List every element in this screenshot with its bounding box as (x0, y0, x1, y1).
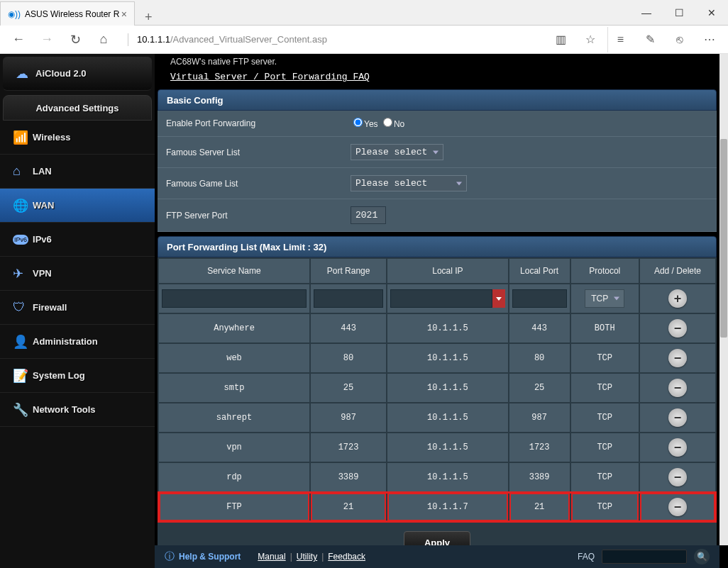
sidebar-icon: ⌂ (13, 164, 33, 179)
delete-button[interactable] (668, 349, 687, 367)
browser-tab[interactable]: ◉)) ASUS Wireless Router R × (0, 1, 135, 26)
url-field[interactable]: 10.1.1.1/Advanced_VirtualServer_Content.… (119, 30, 545, 50)
cell-port: 3389 (509, 463, 570, 491)
yes-label: Yes (364, 119, 378, 129)
window-controls: — ☐ ✕ (630, 0, 728, 26)
help-support-label: Help & Support (179, 552, 241, 562)
sidebar-item-ipv6[interactable]: IPv6IPv6 (0, 223, 155, 257)
cell-range: 1723 (311, 433, 386, 462)
cell-port: 443 (509, 314, 570, 343)
scrollbar[interactable] (719, 54, 728, 545)
protocol-select[interactable]: TCP (585, 289, 624, 308)
faq-search-input[interactable] (602, 550, 687, 564)
faq-link[interactable]: Virtual Server / Port Forwarding FAQ (158, 72, 370, 82)
reading-icon[interactable]: ▥ (548, 27, 573, 52)
notes-icon[interactable]: ✎ (637, 27, 663, 52)
cell-range: 80 (311, 344, 386, 372)
delete-button[interactable] (668, 498, 687, 516)
manual-link[interactable]: Manual (258, 552, 285, 562)
cell-action (640, 314, 715, 343)
favorite-icon[interactable]: ☆ (578, 27, 603, 52)
scrollbar-thumb[interactable] (720, 139, 727, 338)
table-row: smtp2510.1.1.525TCP (159, 374, 715, 402)
cell-port: 1723 (509, 433, 570, 462)
more-icon[interactable]: ⋯ (697, 27, 722, 52)
sidebar-item-system-log[interactable]: 📝System Log (0, 359, 155, 393)
cell-action (640, 374, 715, 402)
cell-ip: 10.1.1.5 (387, 344, 508, 372)
delete-button[interactable] (668, 319, 687, 338)
back-button[interactable]: ← (6, 27, 31, 52)
sidebar-item-label: AiCloud 2.0 (35, 68, 87, 79)
new-tab-button[interactable]: + (135, 10, 162, 25)
browser-chrome: ◉)) ASUS Wireless Router R × + — ☐ ✕ ← →… (0, 0, 728, 54)
no-label: No (394, 119, 404, 129)
service-name-input[interactable] (162, 289, 307, 308)
cell-proto: TCP (571, 403, 639, 432)
refresh-button[interactable]: ↻ (62, 27, 88, 52)
share-icon[interactable]: ⎋ (667, 27, 693, 52)
famous-game-select[interactable]: Please select (351, 175, 467, 191)
delete-button[interactable] (668, 468, 687, 486)
url-host: 10.1.1.1 (137, 34, 170, 45)
cell-ip: 10.1.1.5 (387, 374, 508, 402)
delete-button[interactable] (668, 379, 687, 397)
sidebar-item-wan[interactable]: 🌐WAN (0, 189, 155, 223)
local-ip-input[interactable] (390, 289, 492, 308)
maximize-button[interactable]: ☐ (663, 0, 695, 26)
pf-input-row: TCP (159, 284, 715, 313)
ip-dropdown-button[interactable] (492, 289, 505, 308)
browser-tools: ▥ ☆ ≡ ✎ ⎋ ⋯ (548, 27, 722, 52)
famous-server-select[interactable]: Please select (351, 144, 443, 160)
content-area: AC68W's native FTP server. Virtual Serve… (155, 54, 728, 568)
sidebar: ☁ AiCloud 2.0 Advanced Settings 📶Wireles… (0, 54, 155, 568)
cell-port: 21 (509, 493, 570, 521)
cell-port: 80 (509, 344, 570, 372)
intro-text: AC68W's native FTP server. (158, 54, 717, 71)
home-button[interactable]: ⌂ (91, 27, 116, 52)
cell-service: rdp (159, 463, 309, 491)
col-adddelete: Add / Delete (640, 259, 715, 283)
cell-service: vpn (159, 433, 309, 462)
sidebar-item-network-tools[interactable]: 🔧Network Tools (0, 393, 155, 427)
delete-button[interactable] (668, 408, 687, 427)
cell-action (640, 344, 715, 372)
famous-server-label: Famous Server List (158, 137, 342, 168)
sidebar-item-wireless[interactable]: 📶Wireless (0, 121, 155, 155)
search-button[interactable]: 🔍 (694, 549, 710, 564)
delete-button[interactable] (668, 438, 687, 457)
close-tab-icon[interactable]: × (121, 9, 127, 20)
cell-proto: TCP (571, 433, 639, 462)
col-protocol: Protocol (571, 259, 639, 283)
basic-config-table: Enable Port Forwarding Yes No Famous Ser… (158, 111, 717, 232)
col-range: Port Range (311, 259, 386, 283)
cell-ip: 10.1.1.5 (387, 314, 508, 343)
sidebar-item-label: IPv6 (33, 234, 52, 245)
add-button[interactable] (668, 289, 687, 308)
local-port-input[interactable] (512, 289, 567, 308)
col-localip: Local IP (387, 259, 508, 283)
feedback-link[interactable]: Feedback (328, 552, 365, 562)
ftp-port-input[interactable] (351, 206, 386, 224)
minimize-button[interactable]: — (630, 0, 663, 26)
utility-link[interactable]: Utility (297, 552, 317, 562)
cell-range: 21 (311, 493, 386, 521)
cell-port: 987 (509, 403, 570, 432)
close-button[interactable]: ✕ (695, 0, 728, 26)
hub-icon[interactable]: ≡ (607, 27, 633, 52)
table-header-row: Service Name Port Range Local IP Local P… (159, 259, 715, 283)
port-range-input[interactable] (314, 289, 383, 308)
sidebar-item-firewall[interactable]: 🛡Firewall (0, 291, 155, 325)
cell-service: FTP (159, 493, 309, 521)
cell-ip: 10.1.1.7 (387, 493, 508, 521)
sidebar-aicloud[interactable]: ☁ AiCloud 2.0 (3, 57, 152, 91)
enable-yes-radio[interactable] (353, 118, 363, 127)
sidebar-item-vpn[interactable]: ✈VPN (0, 257, 155, 291)
cell-ip: 10.1.1.5 (387, 433, 508, 462)
ftp-port-label: FTP Server Port (158, 199, 342, 232)
sidebar-item-administration[interactable]: 👤Administration (0, 325, 155, 359)
enable-no-radio[interactable] (383, 118, 392, 127)
forward-button[interactable]: → (34, 27, 60, 52)
sidebar-icon: 🌐 (13, 198, 33, 213)
sidebar-item-lan[interactable]: ⌂LAN (0, 155, 155, 189)
